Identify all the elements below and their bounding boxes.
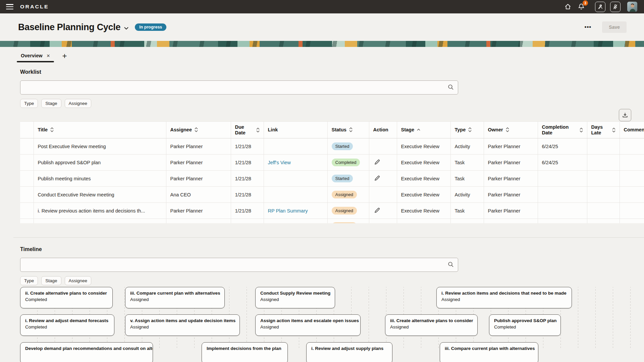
worklist-heading: Worklist (20, 62, 644, 75)
row-link[interactable]: RP Plan Summary (268, 208, 308, 214)
row-gutter (20, 203, 34, 219)
timeline-card[interactable]: iii. Create alternative plans to conside… (385, 314, 478, 336)
timeline-search-input[interactable] (20, 258, 458, 272)
timeline-card[interactable]: i. Review and adjust supply plans (306, 342, 392, 362)
cell-type: Task (450, 203, 484, 219)
worklist-filter-assignee[interactable]: Assignee (65, 99, 92, 108)
table-row[interactable]: Post Executive Review meetingParker Plan… (20, 138, 644, 155)
save-button[interactable]: Save (602, 21, 627, 33)
cell-assignee: Parker Planner (166, 171, 231, 187)
timeline-section: Timeline TypeStageAssignee ii. Create al… (0, 238, 644, 350)
cell-owner: Parker Planner (484, 155, 538, 171)
timeline-card[interactable]: Publish approved S&OP planCompleted (489, 314, 561, 336)
cell-owner: Parker Planner (484, 171, 538, 187)
cell-due-date: 1/21/28 (231, 155, 264, 171)
cell-type: Activity (450, 187, 484, 203)
table-row[interactable]: i. Review previous action items and deci… (20, 203, 644, 219)
column-header-action: Action (369, 122, 397, 138)
column-header-days-late[interactable]: Days Late (587, 122, 620, 138)
top-bar: ORACLE 3 (0, 0, 644, 13)
table-row[interactable]: Conduct Executive Review meetingAna CEO1… (20, 187, 644, 203)
row-link[interactable]: Jeff's View (268, 160, 291, 165)
timeline-filter-type[interactable]: Type (20, 276, 38, 285)
column-header-completion-date[interactable]: Completion Date (538, 122, 587, 138)
timeline-card[interactable]: Conduct Supply Review meetingAssigned (255, 287, 335, 308)
cell-action (369, 138, 397, 155)
timeline-card-status: Completed (494, 324, 556, 329)
worklist-table: TitleAssigneeDue DateLinkStatusActionSta… (20, 121, 644, 223)
timeline-card-title: i. Review action items and decisions tha… (441, 291, 567, 296)
edit-pencil-icon[interactable] (373, 174, 381, 183)
cell-comment (620, 171, 644, 187)
cell-completion-date: 6/24/25 (538, 138, 587, 155)
sort-icon[interactable] (580, 128, 583, 132)
status-pill: Assigned (332, 222, 357, 223)
worklist-searchbox (20, 80, 458, 95)
timeline-filter-assignee[interactable]: Assignee (65, 276, 92, 285)
sort-icon[interactable] (506, 127, 509, 132)
timeline-filter-stage[interactable]: Stage (41, 276, 61, 285)
column-header-title[interactable]: Title (34, 122, 166, 138)
cell-link (264, 171, 327, 187)
column-header-type[interactable]: Type (450, 122, 484, 138)
sort-icon[interactable] (349, 127, 353, 132)
cell-status: Assigned (327, 187, 369, 203)
sort-icon[interactable] (195, 127, 198, 132)
sort-icon[interactable] (50, 127, 54, 132)
column-header-assignee[interactable]: Assignee (166, 122, 231, 138)
timeline-card[interactable]: Assign action items and escalate open is… (255, 314, 361, 336)
cell-type: Activity (450, 138, 484, 155)
cell-status: Completed (327, 155, 369, 171)
table-row[interactable]: Publish meeting minutesParker Planner1/2… (20, 171, 644, 187)
sort-ascending-icon[interactable] (417, 129, 420, 131)
cell-type: Task (450, 171, 484, 187)
sort-icon[interactable] (468, 127, 472, 132)
home-icon[interactable] (564, 2, 572, 11)
timeline-card[interactable]: v. Assign action items and update decisi… (125, 314, 240, 336)
timeline-card[interactable]: Implement decisions from the plan (202, 342, 288, 362)
column-header-status[interactable]: Status (327, 122, 369, 138)
cell-link: Jeff's View (264, 155, 327, 171)
search-icon[interactable] (447, 261, 454, 269)
search-icon[interactable] (447, 84, 454, 92)
column-header-owner[interactable]: Owner (484, 122, 538, 138)
menu-icon[interactable] (6, 4, 13, 9)
edit-pencil-icon[interactable] (373, 158, 381, 167)
user-avatar[interactable] (627, 2, 637, 12)
download-icon[interactable] (619, 109, 631, 121)
status-badge: In progress (135, 23, 166, 31)
worklist-filter-type[interactable]: Type (20, 99, 38, 108)
timeline-card[interactable]: i. Review and adjust demand forecastsCom… (20, 314, 114, 336)
timeline-card-title: Implement decisions from the plan (207, 346, 283, 351)
notifications-bell-icon[interactable]: 3 (577, 2, 586, 11)
worklist-search-input[interactable] (20, 80, 458, 95)
tab-close-icon[interactable]: ✕ (47, 53, 50, 58)
sort-icon[interactable] (256, 128, 260, 132)
cell-assignee: Parker Planner (166, 203, 231, 219)
edit-pencil-icon[interactable] (373, 206, 381, 215)
cell-title: Conduct Executive Review meeting (34, 187, 166, 203)
column-header-link: Link (264, 122, 327, 138)
cell-comment (620, 187, 644, 203)
timeline-card[interactable]: i. Review action items and decisions tha… (436, 287, 572, 308)
timeline-card[interactable]: iii. Compare current plan with alternati… (440, 342, 538, 362)
tab-overview[interactable]: Overview ✕ (19, 53, 51, 62)
table-row-partial[interactable]: Assigned (20, 219, 644, 224)
more-actions-button[interactable]: ••• (582, 22, 593, 32)
table-row[interactable]: Publish approved S&OP planParker Planner… (20, 155, 644, 171)
column-header-stage[interactable]: Stage (397, 122, 450, 138)
timeline-card[interactable]: ii. Create alternative plans to consider… (20, 287, 113, 308)
row-gutter (20, 187, 34, 203)
timeline-card[interactable]: iii. Compare current plan with alternati… (125, 287, 225, 308)
add-tab-icon[interactable]: + (62, 53, 67, 59)
timeline-card-status: Assigned (441, 297, 567, 302)
decorative-banner (0, 41, 644, 47)
chevron-down-icon[interactable] (124, 25, 129, 31)
timeline-card[interactable]: Develop demand plan recommendations and … (20, 342, 153, 362)
cell-stage: Executive Review (397, 187, 450, 203)
assistant-icon[interactable] (595, 2, 605, 12)
column-header-due-date[interactable]: Due Date (231, 122, 264, 138)
microphone-off-icon[interactable] (610, 2, 621, 12)
sort-icon[interactable] (612, 128, 615, 132)
worklist-filter-stage[interactable]: Stage (41, 99, 61, 108)
